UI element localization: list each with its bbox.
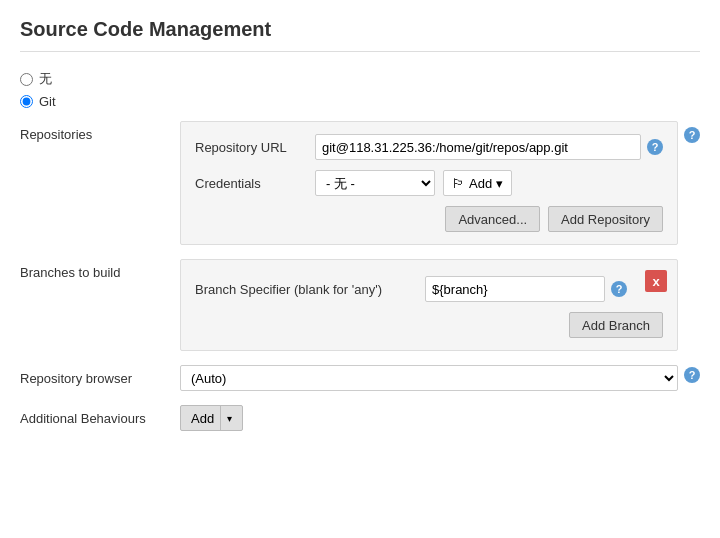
additional-behaviours-add-label: Add [191,411,214,426]
flag-icon: 🏳 [452,176,465,191]
additional-behaviours-label: Additional Behaviours [20,411,180,426]
repo-browser-help-icon[interactable]: ? [684,367,700,383]
repositories-content: Repository URL ? Credentials - 无 - 🏳 Add [180,121,678,245]
radio-git-input[interactable] [20,95,33,108]
branch-buttons-row: Add Branch [195,312,663,338]
radio-git-label: Git [39,94,56,109]
branch-specifier-label: Branch Specifier (blank for 'any') [195,282,425,297]
add-repository-button[interactable]: Add Repository [548,206,663,232]
add-credential-button[interactable]: 🏳 Add ▾ [443,170,512,196]
repo-url-help-icon[interactable]: ? [647,139,663,155]
radio-none: 无 [20,70,700,88]
branch-specifier-help-icon[interactable]: ? [611,281,627,297]
repo-browser-section: Repository browser (Auto) ? [20,365,700,391]
additional-behaviours-add-button[interactable]: Add ▾ [180,405,243,431]
repo-browser-label: Repository browser [20,371,180,386]
repositories-section: Repositories Repository URL ? Credential… [20,121,700,245]
repositories-help-icon[interactable]: ? [684,127,700,143]
branches-content: x Branch Specifier (blank for 'any') ? A… [180,259,678,351]
credential-dropdown-arrow: ▾ [496,176,503,191]
branch-specifier-row: Branch Specifier (blank for 'any') ? [195,276,663,302]
repositories-label: Repositories [20,121,180,142]
credentials-label: Credentials [195,176,315,191]
credentials-select[interactable]: - 无 - [315,170,435,196]
additional-behaviours-section: Additional Behaviours Add ▾ [20,405,700,431]
branch-specifier-input[interactable] [425,276,605,302]
remove-branch-button[interactable]: x [645,270,667,292]
radio-none-input[interactable] [20,73,33,86]
repo-url-label: Repository URL [195,140,315,155]
radio-git: Git [20,94,700,109]
branches-section: Branches to build x Branch Specifier (bl… [20,259,700,351]
radio-none-label: 无 [39,70,52,88]
branches-label: Branches to build [20,259,180,280]
credentials-controls: - 无 - 🏳 Add ▾ [315,170,512,196]
additional-behaviours-arrow-icon: ▾ [220,406,232,430]
add-credential-label: Add [469,176,492,191]
page-title: Source Code Management [20,18,700,52]
repo-url-row: Repository URL ? [195,134,663,160]
repo-url-input[interactable] [315,134,641,160]
add-branch-button[interactable]: Add Branch [569,312,663,338]
repo-buttons-row: Advanced... Add Repository [195,206,663,232]
advanced-button[interactable]: Advanced... [445,206,540,232]
credentials-row: Credentials - 无 - 🏳 Add ▾ [195,170,663,196]
repo-browser-select[interactable]: (Auto) [180,365,678,391]
